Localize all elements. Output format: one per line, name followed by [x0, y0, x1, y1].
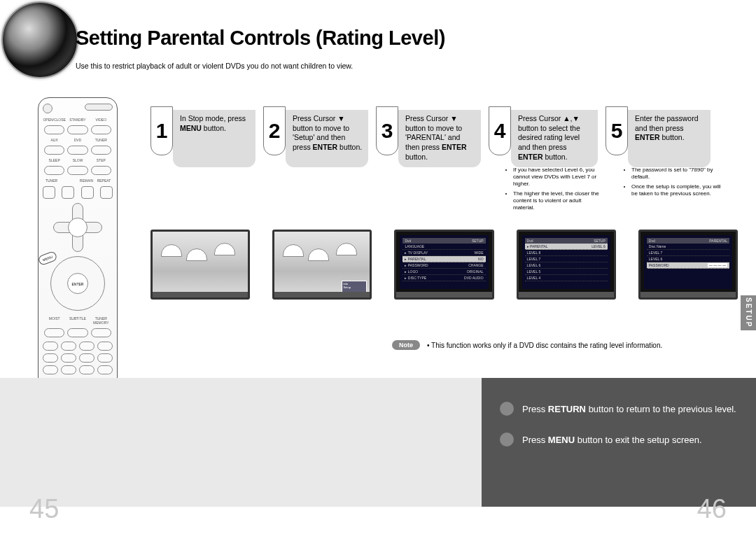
- speaker-graphic: [1, 1, 78, 78]
- step-number: 1: [150, 106, 173, 155]
- note-badge: Note: [392, 340, 420, 350]
- step-5: 5 Enter the password and then press ENTE…: [606, 110, 710, 167]
- step-3: 3 Press Cursor ▼ button to move to 'PARE…: [376, 110, 481, 167]
- step-1: 1 In Stop mode, press MENU button.: [150, 110, 255, 167]
- page-title: Setting Parental Controls (Rating Level): [76, 27, 445, 50]
- step-number: 5: [606, 106, 628, 155]
- section-tab: SETUP: [741, 295, 756, 330]
- step-4: 4 Press Cursor ▲,▼ button to select the …: [489, 110, 598, 167]
- page-number-left: 45: [29, 494, 59, 524]
- tv-screen-5: DvdPARENTAL Disc Name LEVEL 7 LEVEL 6 PA…: [638, 230, 738, 300]
- step5-notes: The password is set to "7890" by default…: [624, 167, 722, 200]
- step4-notes: If you have selected Level 6, you cannot…: [506, 167, 604, 214]
- tv-screenshots: InfoSetup DvdSETUP LANGUAGE ▸ TV DISPLAY…: [150, 230, 738, 300]
- dpad: ENTER: [50, 256, 105, 311]
- bullet-icon: [500, 433, 514, 447]
- volume-tuning-cross: [53, 203, 102, 252]
- footer-tips: Press RETURN button to return to the pre…: [482, 378, 756, 507]
- tv-screen-1: [150, 230, 250, 300]
- tv-screen-3: DvdSETUP LANGUAGE ▸ TV DISPLAYWIDE ▸ PAR…: [394, 230, 493, 300]
- tv-screen-2: InfoSetup: [272, 230, 372, 300]
- step-number: 3: [376, 106, 398, 155]
- bullet-icon: [500, 402, 514, 416]
- tv-dvd-switch: [85, 104, 113, 111]
- step-2: 2 Press Cursor ▼ button to move to 'Setu…: [263, 110, 368, 167]
- menu-button: MENU: [37, 251, 57, 266]
- enter-button: ENTER: [67, 273, 88, 294]
- tv-screen-4: DvdSETUP ▸ PARENTALLEVEL 6 LEVEL 8 LEVEL…: [517, 230, 616, 300]
- footnote: Note • This function works only if a DVD…: [392, 340, 662, 350]
- steps-row: 1 In Stop mode, press MENU button. 2 Pre…: [150, 110, 738, 167]
- step-number: 4: [489, 106, 511, 155]
- manual-spread: Setting Parental Controls (Rating Level)…: [0, 0, 756, 534]
- remote-labels: OPEN/CLOSESTANDBYVIDEO: [43, 118, 113, 122]
- step-number: 2: [263, 106, 286, 155]
- page-subtitle: Use this to restrict playback of adult o…: [76, 62, 353, 70]
- page-number-right: 46: [697, 494, 727, 524]
